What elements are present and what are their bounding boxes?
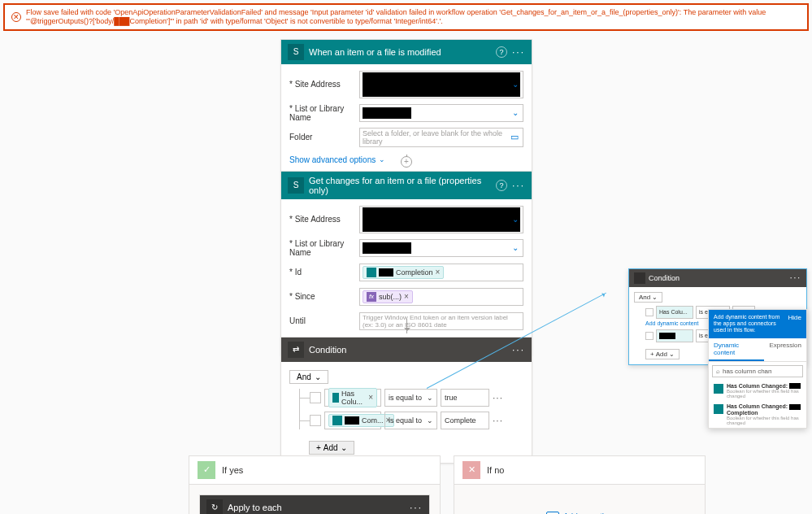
left-operand-input[interactable]: Has Colu...×: [324, 389, 381, 407]
card-title: When an item or a file is modified: [309, 47, 491, 57]
right-operand-input[interactable]: true: [441, 389, 489, 407]
card-header[interactable]: ⇄ Condition ···: [281, 338, 532, 362]
condition-rows: Has Colu...× is equal to⌄ true ··· Com..…: [299, 389, 523, 429]
row-checkbox[interactable]: [310, 392, 321, 403]
sharepoint-icon: [714, 384, 723, 394]
operator-dropdown[interactable]: is equal to⌄: [384, 389, 437, 407]
loop-icon: ↻: [206, 499, 223, 514]
dc-header-text: Add dynamic content from the apps and co…: [714, 314, 788, 334]
apply-to-each-card[interactable]: ↻ Apply to each ··· * Select an output f…: [199, 494, 430, 514]
hide-panel-link[interactable]: Hide: [788, 314, 801, 321]
card-menu[interactable]: ···: [512, 49, 525, 55]
card-title: Apply to each: [228, 503, 405, 512]
list-name-input[interactable]: ⌄: [359, 239, 523, 257]
connector-arrow: [406, 319, 407, 333]
card-header[interactable]: ↻ Apply to each ···: [200, 495, 429, 514]
left-operand-input[interactable]: [656, 329, 693, 342]
branch-body: Add an action: [454, 485, 706, 514]
card-header[interactable]: S Get changes for an item or a file (pro…: [281, 172, 532, 199]
condition-icon: [634, 272, 645, 284]
item-description: Boolean for whether this field has chang…: [727, 416, 801, 425]
item-title: Has Column Changed:: [727, 383, 801, 390]
chevron-down-icon[interactable]: ⌄: [512, 215, 519, 224]
check-icon: ✓: [198, 461, 215, 479]
folder-input[interactable]: Select a folder, or leave blank for the …: [359, 128, 523, 147]
card-menu[interactable]: ···: [410, 504, 423, 511]
card-menu[interactable]: ···: [512, 182, 525, 189]
left-operand-input[interactable]: Com...×: [324, 412, 381, 429]
folder-label: Folder: [289, 133, 354, 142]
row-menu[interactable]: ···: [493, 415, 503, 426]
if-no-branch: ✕ If no Add an action: [454, 455, 706, 514]
condition-row: Com...× is equal to⌄ Complete ···: [300, 412, 523, 429]
condition-icon: ⇄: [288, 342, 304, 358]
row-checkbox[interactable]: [645, 308, 654, 316]
dc-result-item[interactable]: Has Column Changed: Boolean for whether …: [709, 381, 806, 402]
chevron-down-icon: ⌄: [315, 372, 321, 381]
sharepoint-icon: [714, 404, 723, 414]
folder-picker-icon[interactable]: ▭: [510, 132, 519, 142]
chevron-down-icon[interactable]: ⌄: [512, 243, 519, 252]
tab-dynamic-content[interactable]: Dynamic content: [709, 338, 764, 361]
list-name-input[interactable]: ⌄: [359, 104, 523, 122]
chevron-down-icon[interactable]: ⌄: [512, 108, 519, 117]
card-header[interactable]: S When an item or a file is modified ? ·…: [281, 40, 532, 64]
dynamic-token[interactable]: Completion×: [363, 266, 444, 279]
card-title: Condition: [309, 345, 507, 355]
remove-token-icon[interactable]: ×: [436, 268, 441, 277]
since-label: * Since: [289, 292, 354, 301]
chevron-down-icon: ⌄: [379, 155, 385, 163]
card-menu[interactable]: ···: [512, 346, 525, 353]
dc-result-item[interactable]: Has Column Changed: Completion Boolean f…: [709, 401, 806, 428]
remove-token-icon[interactable]: ×: [404, 292, 409, 301]
row-checkbox[interactable]: [310, 415, 321, 426]
help-icon[interactable]: ?: [496, 46, 507, 58]
popup-menu[interactable]: ···: [790, 275, 801, 281]
branch-header[interactable]: ✓ If yes: [189, 455, 441, 485]
error-banner: ✕ Flow save failed with code 'OpenApiOpe…: [3, 3, 809, 31]
list-name-label: * List or Library Name: [289, 104, 354, 122]
group-operator-dropdown[interactable]: And⌄: [289, 370, 328, 384]
error-icon: ✕: [11, 12, 21, 22]
popup-header[interactable]: Condition ···: [629, 269, 806, 287]
row-checkbox[interactable]: [645, 332, 654, 340]
item-description: Boolean for whether this field has chang…: [727, 389, 801, 399]
left-operand-input[interactable]: Has Colu...: [656, 306, 693, 319]
tab-expression[interactable]: Expression: [764, 338, 806, 361]
expression-token[interactable]: fxsub(...)×: [363, 290, 413, 303]
since-input[interactable]: fxsub(...)×: [359, 288, 523, 306]
if-yes-branch: ✓ If yes ↻ Apply to each ··· * Select an…: [189, 455, 441, 514]
remove-token-icon[interactable]: ×: [368, 393, 373, 402]
group-operator-dropdown[interactable]: And ⌄: [634, 292, 662, 303]
chevron-down-icon[interactable]: ⌄: [512, 80, 519, 89]
sharepoint-icon: S: [288, 44, 304, 60]
right-operand-input[interactable]: Complete: [441, 412, 489, 429]
add-row-button[interactable]: + Add ⌄: [645, 349, 680, 359]
add-row-button[interactable]: + Add ⌄: [309, 441, 354, 455]
condition-card[interactable]: ⇄ Condition ··· And⌄ Has Colu...× is equ…: [280, 337, 532, 464]
add-step-button[interactable]: +: [401, 156, 412, 168]
trigger-card[interactable]: S When an item or a file is modified ? ·…: [280, 39, 532, 172]
branch-header[interactable]: ✕ If no: [454, 455, 706, 485]
row-menu[interactable]: ···: [493, 392, 503, 403]
until-input[interactable]: Trigger Window End token or an item vers…: [359, 312, 523, 330]
chevron-down-icon: ⌄: [427, 416, 433, 425]
help-icon[interactable]: ?: [496, 180, 507, 191]
show-advanced-link[interactable]: Show advanced options⌄: [289, 155, 385, 164]
until-label: Until: [289, 316, 354, 325]
popup-title: Condition: [649, 274, 787, 282]
operator-dropdown[interactable]: is equal to⌄: [384, 412, 437, 429]
dynamic-content-panel: Add dynamic content from the apps and co…: [708, 309, 807, 429]
card-title: Get changes for an item or a file (prope…: [309, 176, 491, 195]
id-input[interactable]: Completion×: [359, 264, 523, 281]
item-title: Has Column Changed: Completion: [727, 403, 801, 416]
sharepoint-icon: S: [288, 177, 304, 194]
dc-panel-header: Add dynamic content from the apps and co…: [709, 310, 806, 338]
search-input[interactable]: ⌕has column chan: [712, 365, 803, 377]
list-name-label: * List or Library Name: [289, 239, 354, 257]
branch-body: ↻ Apply to each ··· * Select an output f…: [189, 485, 441, 514]
flow-canvas[interactable]: S When an item or a file is modified ? ·…: [0, 34, 812, 514]
chevron-down-icon: ⌄: [427, 394, 433, 402]
site-address-input[interactable]: ⌄: [359, 206, 523, 233]
site-address-input[interactable]: ⌄: [359, 71, 523, 98]
